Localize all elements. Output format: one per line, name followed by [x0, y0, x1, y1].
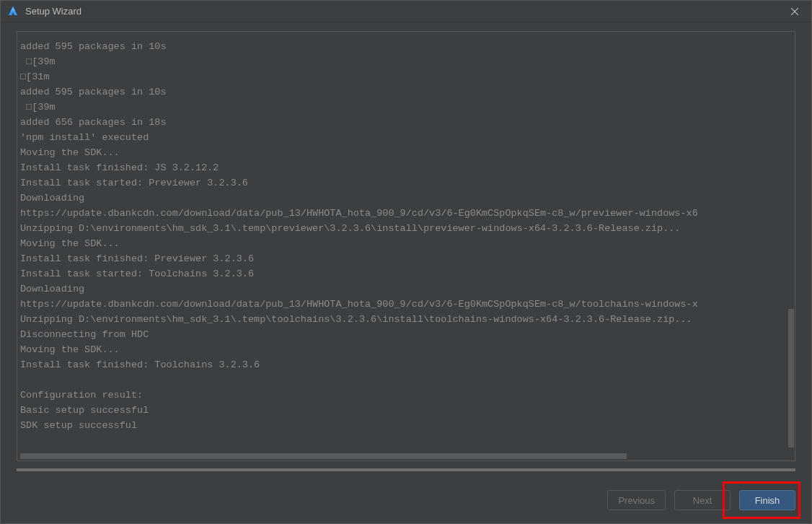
- previous-button[interactable]: Previous: [607, 490, 666, 510]
- next-button[interactable]: Next: [674, 490, 731, 510]
- setup-wizard-window: Setup Wizard added 595 packages in 10s □…: [0, 0, 812, 524]
- titlebar[interactable]: Setup Wizard: [1, 1, 811, 22]
- close-button[interactable]: [784, 1, 806, 22]
- progress-fill: [17, 468, 795, 471]
- app-icon: [6, 5, 19, 18]
- progress-bar: [17, 468, 795, 471]
- vertical-scrollbar[interactable]: [787, 32, 795, 452]
- log-text: added 595 packages in 10s □[39m □[31m ad…: [17, 32, 795, 450]
- content-area: added 595 packages in 10s □[39m □[31m ad…: [1, 22, 811, 477]
- finish-button[interactable]: Finish: [739, 490, 795, 510]
- footer: Previous Next Finish: [1, 477, 811, 523]
- log-output[interactable]: added 595 packages in 10s □[39m □[31m ad…: [17, 31, 795, 461]
- vertical-scrollbar-thumb[interactable]: [788, 309, 794, 447]
- horizontal-scrollbar[interactable]: [17, 452, 795, 460]
- window-title: Setup Wizard: [25, 6, 784, 17]
- horizontal-scrollbar-thumb[interactable]: [20, 453, 627, 459]
